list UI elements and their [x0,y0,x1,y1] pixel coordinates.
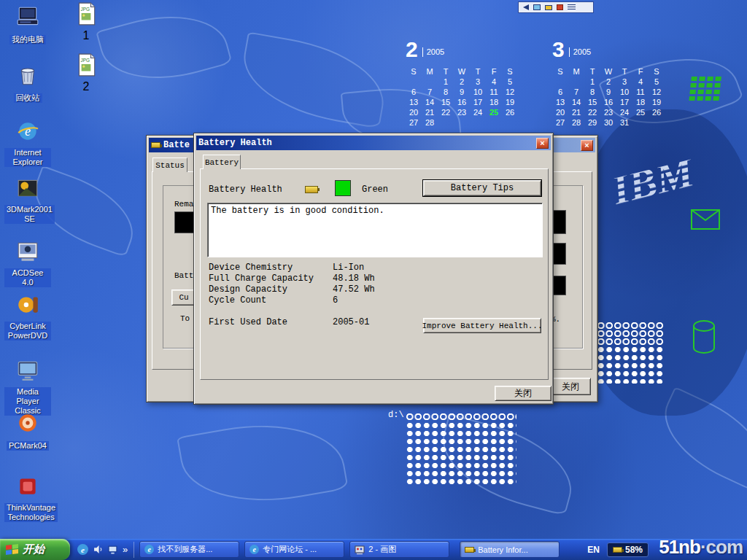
close-icon[interactable]: × [536,138,549,149]
calendar-week: 2728293031 [552,115,669,125]
task-button-battery-information[interactable]: Battery Infor... [460,541,560,558]
first-used-label: First Used Date [209,317,287,327]
start-label: 开始 [23,542,44,556]
notes-icon[interactable] [568,4,576,11]
health-status-text: Green [362,184,388,195]
my-computer-icon [15,4,40,29]
keypad-wallpaper-icon [688,76,723,104]
internet-explorer-icon: e [249,545,259,554]
language-indicator[interactable]: EN [587,545,600,555]
health-status-swatch [335,180,351,196]
field-value: 47.52 Wh [333,284,375,295]
svg-text:JPG: JPG [81,58,90,63]
task-button-server-not-found[interactable]: e 找不到服务器... [139,541,239,558]
calendar-march: 3 2005 SMTWTFS 12345 6789101112 13141516… [552,41,669,125]
windows-flag-icon [6,544,18,555]
calendar-day-headers: SMTWTFS [406,64,522,74]
battery-health-dialog: Battery Health × Battery Battery Health … [193,133,554,405]
field-value: Li-Ion [333,262,364,273]
task-button-label: 找不到服务器... [158,544,212,555]
task-button-paint[interactable]: 2 - 画图 [349,541,449,558]
display-icon[interactable] [533,4,541,10]
battery-health-titlebar[interactable]: Battery Health × [196,136,551,150]
calendar-week: 6789101112 [406,85,522,95]
quick-launch-more-icon[interactable]: » [123,544,128,555]
task-button-label: Battery Infor... [478,545,527,554]
task-button-label: 专门网论坛 - ... [263,544,317,555]
watermark-right: ·com [700,536,743,558]
show-desktop-icon[interactable] [108,545,117,554]
svg-text:e: e [25,124,31,139]
condition-textbox: The battery is in good condition. [207,203,543,257]
calendar-month-number: 2 [406,41,418,58]
desktop-icon-label: 回收站 [14,93,42,103]
3dmark-icon [15,176,40,201]
desktop-file-2[interactable]: JPG 2 [70,52,102,93]
tab-battery[interactable]: Battery [203,155,241,169]
tab-status-label: Status [155,161,185,170]
close-button[interactable]: 关闭 [495,386,551,401]
close-icon[interactable]: × [581,140,593,151]
current-button-fragment[interactable]: Cu [171,289,196,306]
internet-explorer-icon[interactable]: e [77,544,88,555]
calendar-week: 6789101112 [552,85,669,95]
battery-tray-indicator[interactable]: 58% [607,542,649,557]
powerdvd-icon [15,292,40,317]
field-label: Cycle Count [209,295,266,306]
battery-information-title: Batte [163,140,190,150]
wallpaper-leaf [96,0,233,95]
tab-status[interactable]: Status [152,158,187,172]
battery-window-icon [151,142,160,148]
volume-icon[interactable] [93,545,103,554]
volume-icon[interactable] [523,4,529,10]
quick-launch-bar: e » [70,542,134,558]
desktop-file-1[interactable]: JPG 1 [70,1,102,42]
desktop-icon-label: ThinkVantage Technologies [4,503,58,522]
wallpaper-ring-grid [597,322,664,345]
desktop-icon-label: ACDSee 4.0 [4,268,51,287]
task-button-label: 2 - 画图 [368,544,396,555]
desktop-icon-media-player-classic[interactable]: Media Player Classic [4,358,51,416]
tab-battery-label: Battery [205,158,239,167]
calendar-month-number: 3 [552,41,565,58]
media-player-classic-icon [15,358,40,383]
recycle-bin-icon [15,63,40,88]
close-button[interactable]: 关闭 [550,378,591,395]
system-tray: EN 58% [587,542,649,557]
desktop-icon-label: 1 [70,29,102,42]
desktop-icon-powerdvd[interactable]: CyberLink PowerDVD [4,292,51,341]
thinkvantage-icon [15,474,40,499]
improve-battery-health-button[interactable]: Improve Battery Health... [423,318,541,333]
jpg-file-icon: JPG [74,1,98,26]
calendar-day-headers: SMTWTFS [552,64,669,74]
desktop-icon-label: 3DMark2001 SE [4,205,55,224]
indicator-icon[interactable] [557,4,563,10]
desktop-icon-pcmark04[interactable]: PCMark04 [4,411,51,451]
battery-tips-button[interactable]: Battery Tips [423,180,541,196]
condition-text: The battery is in good condition. [211,206,384,216]
desktop-icon-label: PCMark04 [7,441,49,451]
battery-status-icon[interactable] [545,5,552,10]
first-used-value: 2005-01 [333,317,369,327]
task-button-forum[interactable]: e 专门网论坛 - ... [244,541,344,558]
desktop-icon-internet-explorer[interactable]: e Internet Explorer [4,119,51,168]
calendar-february: 2 2005 SMTWTFS 12345 6789101112 13141516… [406,41,522,125]
calendar-year: 2005 [422,47,444,57]
cylinder-wallpaper-icon [692,319,716,354]
desktop-icon-recycle-bin[interactable]: 回收站 [4,63,51,104]
watermark-left: 51nb [659,536,700,558]
desktop-icon-3dmark2001[interactable]: 3DMark2001 SE [4,176,51,225]
desktop-icon-thinkvantage[interactable]: ThinkVantage Technologies [4,474,51,523]
desktop-icon-label: 2 [70,80,102,93]
internet-explorer-icon: e [15,119,40,144]
battery-health-title: Battery Health [198,138,272,148]
desktop-mini-toolbar [518,1,594,13]
desktop-icon-my-computer[interactable]: 我的电脑 [4,4,51,45]
battery-health-label: Battery Health [209,184,282,195]
desktop-icon-acdsee[interactable]: ACDSee 4.0 [4,239,51,288]
start-button[interactable]: 开始 [0,539,70,560]
battery-gauge [174,211,194,233]
calendar-year: 2005 [569,47,591,57]
jpg-file-icon: JPG [74,52,98,77]
battery-icon [305,186,318,193]
